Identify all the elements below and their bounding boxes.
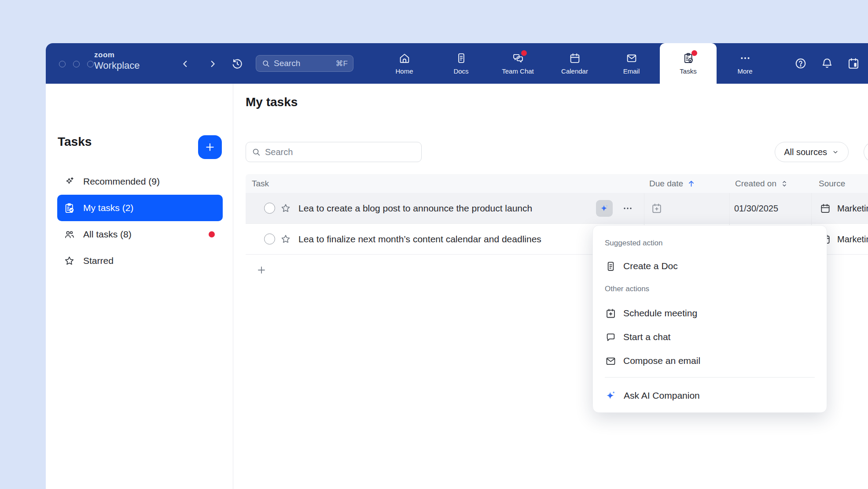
row-more-button[interactable] [620,203,636,214]
popup-section-label: Other actions [605,285,649,293]
task-row[interactable]: Lea to create a blog post to announce th… [246,193,868,224]
column-header-task[interactable]: Task [252,174,269,193]
calendar-icon [569,52,581,64]
calendar-plus-icon [605,307,617,319]
column-header-created-on[interactable]: Created on [735,174,789,193]
tab-calendar[interactable]: Calendar [546,43,603,84]
more-icon [739,52,751,64]
header-right-actions [794,43,860,84]
primary-nav: Home Docs Team Chat Calendar [376,43,773,84]
sparkle-icon [63,176,75,188]
ai-suggested-actions-popup: Suggested action Create a Doc Other acti… [592,225,827,413]
secondary-filter-button[interactable] [864,142,868,162]
sidebar-item-label: Recommended (9) [83,176,160,187]
add-row-button[interactable] [256,265,267,275]
tab-docs[interactable]: Docs [433,43,489,84]
window-controls[interactable] [59,61,94,67]
back-button[interactable] [178,56,193,71]
window-minimize-button[interactable] [73,61,80,67]
chevron-right-icon [208,59,217,69]
ai-sparkle-icon [605,389,617,402]
window-close-button[interactable] [59,61,66,67]
history-icon [231,58,243,70]
sidebar-item-my-tasks[interactable]: My tasks (2) [57,195,223,221]
sidebar-item-recommended[interactable]: Recommended (9) [57,168,223,195]
source-label: Marketing [837,234,868,244]
task-complete-checkbox[interactable] [264,233,275,244]
source-label: Marketing [837,204,868,214]
menu-item-schedule-meeting[interactable]: Schedule meeting [605,303,815,324]
menu-item-ask-ai-companion[interactable]: Ask AI Companion [605,385,815,406]
calendar-icon [820,203,831,214]
tab-tasks[interactable]: Tasks [660,43,717,84]
app-header: zoom Workplace Search ⌘F [46,43,868,84]
sidebar-list: Recommended (9) My tasks (2) All tasks (… [57,168,223,274]
tab-email[interactable]: Email [603,43,660,84]
sidebar-item-label: All tasks (8) [83,229,132,240]
task-search[interactable] [246,142,422,162]
search-shortcut: ⌘F [336,59,348,68]
brand-logo: zoom Workplace [94,51,140,71]
forward-button[interactable] [205,56,220,71]
home-icon [398,52,411,64]
docs-icon [455,52,467,64]
email-icon [625,52,638,64]
help-button[interactable] [794,57,807,70]
menu-item-compose-email[interactable]: Compose an email [605,350,815,371]
task-search-input[interactable] [265,147,416,157]
all-tasks-badge [209,231,215,237]
source-cell[interactable]: Marketing [820,193,868,224]
task-title[interactable]: Lea to finalize next month’s content cal… [298,224,541,255]
sources-filter-button[interactable]: All sources [775,142,849,162]
clipboard-check-icon [63,202,75,214]
table-header-row: Task Due date Created on Source [246,174,868,193]
mini-calendar-button[interactable] [847,57,860,70]
column-header-due-date[interactable]: Due date [649,174,696,193]
star-icon[interactable] [280,203,291,214]
menu-item-start-chat[interactable]: Start a chat [605,326,815,348]
sidebar-title: Tasks [58,135,92,149]
popup-section-label: Suggested action [605,239,662,248]
sources-filter-label: All sources [784,147,827,157]
history-button[interactable] [229,56,246,72]
popup-divider [605,377,815,378]
chevron-left-icon [180,59,190,69]
menu-item-create-doc[interactable]: Create a Doc [605,256,815,277]
sidebar-item-starred[interactable]: Starred [57,248,223,274]
task-title[interactable]: Lea to create a blog post to announce th… [298,193,532,224]
brand-workplace-text: Workplace [94,60,140,71]
star-icon [63,255,75,267]
tasks-icon [682,52,695,64]
doc-icon [605,260,617,272]
plus-icon [204,141,216,153]
chevron-down-icon [831,148,839,156]
sort-both-icon[interactable] [780,179,789,188]
tab-home[interactable]: Home [376,43,433,84]
tasks-badge [691,50,697,56]
sidebar-item-label: Starred [83,256,114,266]
window-zoom-button[interactable] [87,61,94,67]
chat-bubble-icon [605,331,617,343]
add-due-date-button[interactable] [651,202,663,215]
notifications-button[interactable] [820,57,834,70]
sidebar: Tasks Recommended (9) My tasks (2) [46,84,233,489]
sidebar-item-label: My tasks (2) [83,203,133,213]
created-on-value: 01/30/2025 [734,193,778,224]
global-search[interactable]: Search ⌘F [256,55,353,72]
team-chat-badge [521,50,527,56]
global-search-placeholder: Search [274,59,332,68]
search-icon [261,59,270,68]
brand-zoom-text: zoom [94,51,140,59]
task-complete-checkbox[interactable] [264,203,275,214]
ai-companion-button[interactable] [596,200,613,217]
tab-team-chat[interactable]: Team Chat [489,43,546,84]
team-chat-icon [512,52,524,64]
column-header-source[interactable]: Source [819,174,845,193]
tab-more[interactable]: More [717,43,773,84]
add-task-button[interactable] [198,135,222,159]
sort-ascending-icon[interactable] [687,179,696,188]
star-icon[interactable] [280,233,291,245]
mail-icon [605,355,617,367]
sidebar-item-all-tasks[interactable]: All tasks (8) [57,221,223,248]
search-icon [251,147,261,157]
